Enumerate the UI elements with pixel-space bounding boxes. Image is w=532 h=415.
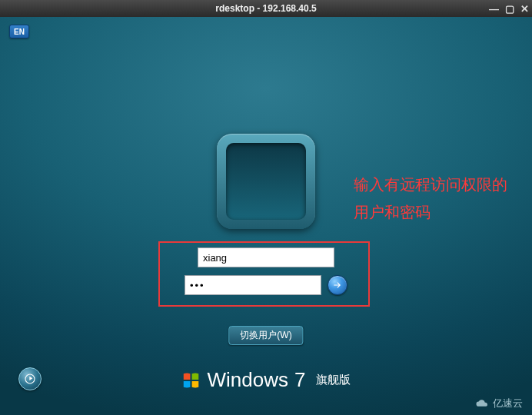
user-avatar-frame: [217, 134, 315, 229]
maximize-button[interactable]: ▢: [505, 3, 514, 15]
close-button[interactable]: ✕: [520, 3, 529, 15]
windows-branding: Windows7 旗舰版: [181, 368, 351, 392]
brand-product: Windows: [208, 368, 288, 392]
ease-of-access-button[interactable]: [18, 367, 42, 390]
minimize-button[interactable]: —: [489, 3, 499, 15]
arrow-right-icon: [332, 280, 343, 290]
window-titlebar: rdesktop - 192.168.40.5 — ▢ ✕: [0, 0, 532, 17]
watermark: 亿速云: [474, 397, 523, 410]
windows-logo-icon: [181, 370, 201, 390]
switch-user-button[interactable]: 切换用户(W): [228, 326, 303, 345]
password-input[interactable]: [185, 275, 321, 295]
submit-button[interactable]: [328, 275, 347, 295]
accessibility-icon: [24, 373, 36, 385]
brand-version: 7: [294, 368, 305, 392]
cloud-icon: [474, 398, 490, 409]
language-indicator[interactable]: EN: [9, 25, 29, 38]
login-screen: EN 输入有远程访问权限的用户和密码 切换用户(W) Windows7 旗舰版: [0, 17, 532, 415]
window-title: rdesktop - 192.168.40.5: [215, 3, 316, 14]
user-avatar: [226, 143, 306, 220]
username-input[interactable]: [198, 247, 334, 267]
brand-edition: 旗舰版: [316, 373, 351, 387]
watermark-text: 亿速云: [493, 397, 523, 410]
annotation-text: 输入有远程访问权限的用户和密码: [354, 171, 507, 226]
